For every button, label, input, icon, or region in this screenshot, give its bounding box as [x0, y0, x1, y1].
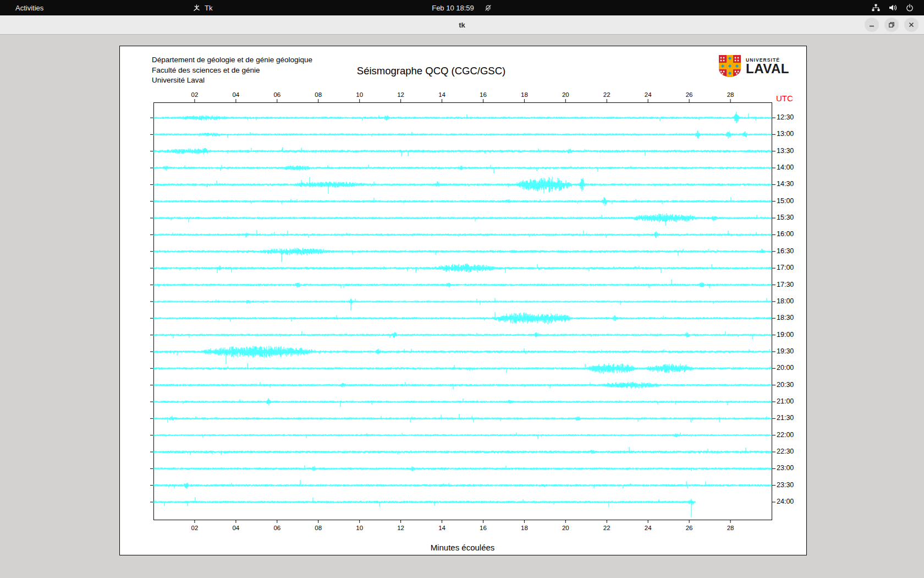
x-tick-label-top: 22: [597, 91, 616, 98]
trace-time-label: 20:00: [777, 364, 794, 372]
minimize-icon: [868, 21, 876, 29]
trace-time-label: 15:00: [777, 197, 794, 205]
close-button[interactable]: [904, 18, 919, 32]
x-tick-label-top: 24: [639, 91, 657, 98]
x-tick-label-bottom: 08: [309, 525, 328, 531]
x-tick-label-top: 04: [227, 91, 245, 98]
maximize-icon: [888, 21, 895, 29]
x-tick-label-bottom: 26: [680, 525, 698, 531]
trace-time-label: 18:00: [777, 297, 794, 305]
x-tick-label-bottom: 14: [433, 525, 452, 531]
x-tick-label-top: 02: [185, 91, 204, 98]
x-tick-label-bottom: 02: [185, 525, 204, 531]
trace-time-label: 17:00: [777, 264, 794, 271]
app-indicator[interactable]: Tk: [193, 0, 212, 15]
seismograph-canvas: Département de géologie et de génie géol…: [119, 46, 807, 555]
x-tick-label-bottom: 12: [392, 525, 410, 531]
trace-time-label: 23:00: [777, 464, 794, 472]
desktop: Activities Tk Feb 10 18:59: [0, 0, 924, 578]
x-tick-label-top: 14: [433, 91, 452, 98]
trace-time-label: 14:00: [777, 163, 794, 171]
x-tick-label-top: 18: [515, 91, 534, 98]
notifications-muted-icon: [484, 4, 492, 12]
x-tick-label-top: 06: [268, 91, 287, 98]
close-icon: [908, 21, 915, 29]
x-tick-label-top: 20: [556, 91, 575, 98]
tk-app-icon: [193, 4, 201, 12]
clock[interactable]: Feb 10 18:59: [432, 4, 474, 12]
x-tick-label-bottom: 06: [268, 525, 287, 531]
trace-time-label: 21:30: [777, 414, 794, 422]
trace-time-label: 20:30: [777, 381, 794, 389]
trace-time-label: 15:30: [777, 214, 794, 221]
x-tick-label-bottom: 04: [227, 525, 245, 531]
x-tick-label-top: 26: [680, 91, 698, 98]
gnome-top-bar: Activities Tk Feb 10 18:59: [0, 0, 924, 15]
trace-time-label: 18:30: [777, 314, 794, 321]
trace-time-label: 23:30: [777, 481, 794, 489]
activities-button[interactable]: Activities: [13, 4, 46, 12]
x-tick-label-bottom: 24: [639, 525, 657, 531]
x-tick-label-bottom: 20: [556, 525, 575, 531]
x-tick-label-bottom: 28: [721, 525, 740, 531]
minimize-button[interactable]: [865, 18, 879, 32]
trace-time-label: 19:00: [777, 331, 794, 339]
app-indicator-label: Tk: [205, 4, 212, 12]
x-tick-label-bottom: 16: [474, 525, 492, 531]
x-tick-label-top: 28: [721, 91, 740, 98]
x-tick-label-top: 12: [392, 91, 410, 98]
trace-time-label: 22:00: [777, 431, 794, 439]
x-tick-label-bottom: 18: [515, 525, 534, 531]
trace-time-label: 14:30: [777, 180, 794, 188]
window-title: tk: [0, 15, 924, 34]
volume-icon[interactable]: [888, 3, 898, 12]
x-tick-label-top: 10: [350, 91, 369, 98]
trace-time-label: 13:00: [777, 130, 794, 138]
x-tick-label-top: 08: [309, 91, 328, 98]
power-icon[interactable]: [905, 3, 914, 12]
trace-time-label: 12:30: [777, 113, 794, 121]
maximize-button[interactable]: [884, 18, 899, 32]
trace-time-label: 19:30: [777, 347, 794, 355]
trace-time-label: 21:00: [777, 397, 794, 405]
trace-time-label: 16:00: [777, 230, 794, 238]
trace-time-label: 24:00: [777, 498, 794, 505]
trace-time-label: 17:30: [777, 281, 794, 288]
trace-time-label: 13:30: [777, 147, 794, 155]
network-icon[interactable]: [871, 3, 881, 12]
x-tick-label-bottom: 10: [350, 525, 369, 531]
x-tick-label-bottom: 22: [597, 525, 616, 531]
trace-time-label: 16:30: [777, 247, 794, 255]
trace-time-label: 22:30: [777, 448, 794, 455]
x-tick-label-top: 16: [474, 91, 492, 98]
seismogram-plot: [120, 46, 806, 555]
window-titlebar[interactable]: tk: [0, 15, 924, 35]
